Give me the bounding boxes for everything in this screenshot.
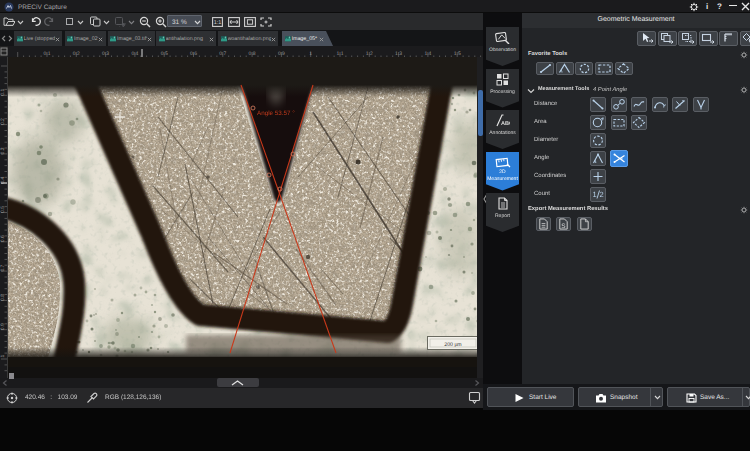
svg-text:0.1: 0.1	[0, 89, 6, 96]
svg-text:2: 2	[600, 190, 604, 199]
svg-text:0.2: 0.2	[0, 118, 6, 125]
svg-text:0.9: 0.9	[0, 323, 6, 330]
svg-text:0.6: 0.6	[0, 235, 6, 242]
svg-text:0.7: 0.7	[0, 264, 6, 271]
svg-text:0.8: 0.8	[0, 294, 6, 301]
svg-text:1: 1	[593, 190, 597, 199]
svg-text:Angle 53.57 °: Angle 53.57 °	[257, 110, 295, 117]
svg-text:0.3: 0.3	[0, 147, 6, 154]
svg-text:1: 1	[0, 354, 6, 357]
svg-text:ABC: ABC	[501, 121, 510, 127]
svg-text:200 µm: 200 µm	[444, 342, 461, 348]
svg-text:S: S	[561, 223, 566, 229]
svg-text:1:1: 1:1	[214, 20, 222, 26]
svg-text:0.5: 0.5	[0, 206, 6, 213]
